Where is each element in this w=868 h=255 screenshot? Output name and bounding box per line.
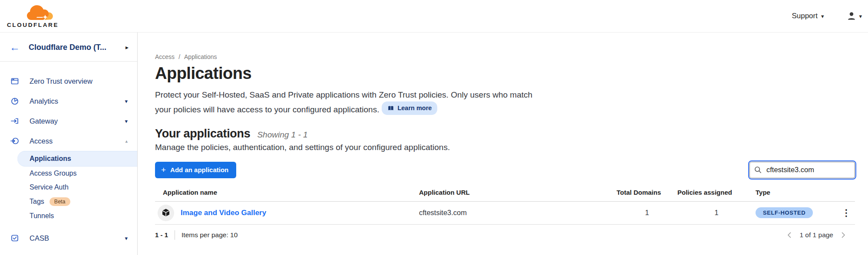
sub-item-label: Tags bbox=[30, 198, 44, 206]
account-switcher[interactable]: ← Cloudflare Demo (T... ▸ bbox=[0, 39, 137, 62]
application-name-cell: Image and Video Gallery bbox=[155, 205, 419, 221]
pagination-left: 1 - 1 Items per page: 10 bbox=[155, 230, 238, 240]
section-subtitle: Manage the policies, authentication, and… bbox=[155, 143, 855, 152]
plus-icon: + bbox=[161, 166, 166, 174]
sub-item-label: Access Groups bbox=[30, 170, 76, 177]
add-application-label: Add an application bbox=[170, 166, 228, 173]
items-range: 1 - 1 bbox=[155, 231, 168, 239]
chevron-right-icon[interactable]: ▸ bbox=[125, 44, 129, 51]
chevron-down-icon: ▾ bbox=[125, 118, 128, 124]
sidebar-item-tags[interactable]: Tags Beta bbox=[0, 194, 137, 209]
chevron-down-icon: ▾ bbox=[859, 13, 862, 19]
sidebar-item-casb[interactable]: CASB ▾ bbox=[0, 228, 137, 248]
footer-divider bbox=[175, 230, 175, 240]
col-type: Type bbox=[756, 189, 838, 196]
sidebar-item-access[interactable]: Access ▴ bbox=[0, 131, 137, 151]
cloudflare-cloud-icon bbox=[27, 4, 56, 22]
chevron-left-icon bbox=[786, 232, 792, 239]
sidebar-item-label: Zero Trust overview bbox=[30, 77, 92, 85]
top-bar-right: Support ▾ ▾ bbox=[792, 11, 863, 21]
gateway-icon bbox=[10, 117, 19, 125]
sidebar-item-label: Analytics bbox=[30, 97, 58, 105]
breadcrumb-separator: / bbox=[178, 53, 180, 60]
login-icon bbox=[10, 137, 19, 145]
sidebar-item-label: CASB bbox=[30, 234, 49, 242]
support-label: Support bbox=[792, 12, 818, 20]
top-bar: CLOUDFLARE Support ▾ ▾ bbox=[0, 0, 868, 33]
access-sub-menu: Applications Access Groups Service Auth … bbox=[0, 151, 137, 223]
applications-table: Application name Application URL Total D… bbox=[155, 189, 855, 225]
learn-more-label: Learn more bbox=[397, 103, 432, 113]
sidebar-item-label: Access bbox=[30, 137, 53, 145]
page-description: Protect your Self-Hosted, SaaS and Priva… bbox=[155, 88, 537, 116]
support-menu[interactable]: Support ▾ bbox=[792, 12, 824, 20]
col-total-domains: Total Domains bbox=[617, 189, 677, 196]
sidebar-item-gateway[interactable]: Gateway ▾ bbox=[0, 111, 137, 131]
cube-icon bbox=[161, 208, 171, 218]
account-name: Cloudflare Demo (T... bbox=[29, 43, 125, 52]
total-domains-cell: 1 bbox=[617, 209, 677, 217]
chevron-up-icon: ▴ bbox=[125, 138, 128, 144]
sidebar-item-analytics[interactable]: Analytics ▾ bbox=[0, 91, 137, 111]
type-badge: SELF-HOSTED bbox=[756, 207, 813, 218]
table-header-row: Application name Application URL Total D… bbox=[155, 189, 855, 202]
search-icon bbox=[754, 166, 762, 173]
type-cell: SELF-HOSTED bbox=[756, 207, 838, 218]
page-title: Applications bbox=[155, 64, 855, 83]
col-application-name: Application name bbox=[155, 189, 419, 196]
sidebar-item-zero-trust-overview[interactable]: Zero Trust overview bbox=[0, 71, 137, 91]
check-square-icon bbox=[10, 234, 19, 242]
pie-chart-icon bbox=[10, 97, 19, 105]
items-per-page[interactable]: Items per page: 10 bbox=[182, 231, 238, 239]
sub-item-label: Service Auth bbox=[30, 183, 69, 191]
sidebar-nav: Zero Trust overview Analytics ▾ Gateway … bbox=[0, 62, 137, 248]
showing-count: Showing 1 - 1 bbox=[257, 130, 307, 140]
section-title: Your applications bbox=[155, 127, 250, 141]
page-description-text: Protect your Self-Hosted, SaaS and Priva… bbox=[155, 90, 532, 114]
application-avatar bbox=[158, 205, 174, 221]
col-application-url: Application URL bbox=[419, 189, 617, 196]
chevron-down-icon: ▾ bbox=[821, 13, 824, 19]
controls-row: + Add an application bbox=[155, 162, 855, 178]
col-policies-assigned: Policies assigned bbox=[677, 189, 756, 196]
table-footer: 1 - 1 Items per page: 10 1 of 1 page bbox=[155, 230, 855, 240]
back-arrow-icon[interactable]: ← bbox=[10, 42, 20, 52]
breadcrumb-applications: Applications bbox=[184, 53, 217, 60]
search-box bbox=[749, 162, 855, 178]
pagination-right: 1 of 1 page bbox=[786, 231, 855, 239]
section-header: Your applications Showing 1 - 1 bbox=[155, 127, 855, 141]
beta-badge: Beta bbox=[50, 197, 70, 206]
sub-item-label: Tunnels bbox=[30, 212, 54, 220]
application-name-link[interactable]: Image and Video Gallery bbox=[181, 209, 266, 217]
book-icon bbox=[387, 105, 394, 111]
search-input[interactable] bbox=[749, 162, 855, 178]
chevron-right-icon bbox=[840, 232, 846, 239]
sub-item-label: Applications bbox=[30, 155, 71, 163]
policies-assigned-cell: 1 bbox=[677, 209, 756, 217]
table-row: Image and Video Gallery cftestsite3.com … bbox=[155, 202, 855, 225]
window-icon bbox=[10, 77, 19, 85]
sidebar-item-applications[interactable]: Applications bbox=[17, 151, 137, 167]
learn-more-button[interactable]: Learn more bbox=[382, 101, 437, 115]
breadcrumb-access[interactable]: Access bbox=[155, 53, 175, 60]
sidebar-item-tunnels[interactable]: Tunnels bbox=[0, 209, 137, 223]
sidebar: ← Cloudflare Demo (T... ▸ Zero Trust ove… bbox=[0, 33, 138, 255]
next-page-button[interactable] bbox=[840, 232, 846, 239]
breadcrumb: Access / Applications bbox=[155, 53, 855, 60]
brand-wordmark: CLOUDFLARE bbox=[7, 22, 59, 28]
page-info: 1 of 1 page bbox=[799, 231, 833, 239]
user-icon bbox=[846, 11, 857, 21]
chevron-down-icon: ▾ bbox=[125, 98, 128, 105]
chevron-down-icon: ▾ bbox=[125, 235, 128, 242]
row-actions-kebab-icon[interactable]: ⋮ bbox=[838, 208, 855, 218]
user-menu[interactable]: ▾ bbox=[846, 11, 862, 21]
add-application-button[interactable]: + Add an application bbox=[155, 162, 236, 178]
cloudflare-logo[interactable]: CLOUDFLARE bbox=[7, 4, 59, 28]
sidebar-item-label: Gateway bbox=[30, 117, 58, 125]
sidebar-item-access-groups[interactable]: Access Groups bbox=[0, 167, 137, 180]
previous-page-button[interactable] bbox=[786, 232, 792, 239]
main-content: Access / Applications Applications Prote… bbox=[138, 33, 868, 255]
application-url-cell: cftestsite3.com bbox=[419, 209, 617, 217]
sidebar-item-service-auth[interactable]: Service Auth bbox=[0, 180, 137, 194]
app-window: CLOUDFLARE Support ▾ ▾ ← Cloudflare Demo… bbox=[0, 0, 868, 255]
